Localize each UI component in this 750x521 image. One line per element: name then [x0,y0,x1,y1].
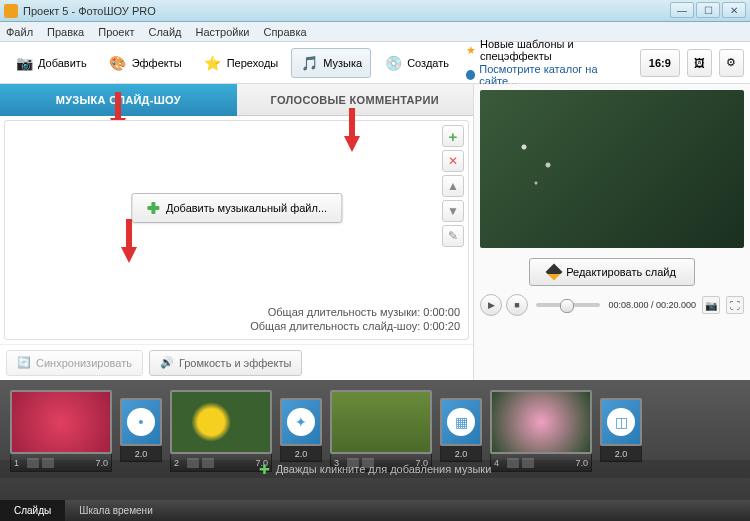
sync-button[interactable]: 🔄Синхронизировать [6,350,143,376]
menu-slide[interactable]: Слайд [148,26,181,38]
music-content: Добавить музыкальный файл... + ✕ ▲ ▼ ✎ О… [4,120,469,340]
music-button[interactable]: 🎵Музыка [291,48,371,78]
titlebar: Проект 5 - ФотоШОУ PRO — ☐ ✕ [0,0,750,22]
maximize-button[interactable]: ☐ [696,2,720,18]
arrow-annotation [344,136,360,152]
window-title: Проект 5 - ФотоШОУ PRO [23,5,156,17]
add-button[interactable]: 📷Добавить [6,48,96,78]
camera-icon: 📷 [15,54,33,72]
menu-settings[interactable]: Настройки [196,26,250,38]
transition-icon: • [127,408,155,436]
notes-icon: 🎵 [300,54,318,72]
pencil-icon [546,264,563,281]
sync-icon: 🔄 [17,356,31,369]
footer-tabs: Слайды Шкала времени [0,500,750,521]
menu-edit[interactable]: Правка [47,26,84,38]
fullscreen-button[interactable]: ⛶ [726,296,744,314]
menu-project[interactable]: Проект [98,26,134,38]
menu-help[interactable]: Справка [263,26,306,38]
close-button[interactable]: ✕ [722,2,746,18]
slides-tab[interactable]: Слайды [0,500,65,521]
arrow-annotation [121,247,137,263]
move-up-button[interactable]: ▲ [442,175,464,197]
timeline: 17.0 •2.0 27.0 ✦2.0 37.0 ▦2.0 47.0 ◫2.0 … [0,380,750,500]
app-icon [4,4,18,18]
snapshot-button[interactable]: 📷 [702,296,720,314]
disc-icon: 💿 [384,54,402,72]
palette-icon: 🎨 [109,54,127,72]
globe-icon [466,70,475,80]
duration-info: Общая длительность музыки: 0:00:00 Общая… [5,301,468,339]
gear-icon: ⚙ [726,56,736,69]
settings-button[interactable]: ⚙ [719,49,744,77]
seek-slider[interactable] [536,303,600,307]
slide-thumbnail[interactable] [330,390,432,454]
slide-thumbnail[interactable] [10,390,112,454]
menu-file[interactable]: Файл [6,26,33,38]
aspect-ratio-button[interactable]: 16:9 [640,49,680,77]
effects-button[interactable]: 🎨Эффекты [100,48,191,78]
music-track-hint[interactable]: ✚Дважды кликните для добавления музыки [0,460,750,478]
minimize-button[interactable]: — [670,2,694,18]
left-panel: МУЗЫКА СЛАЙД-ШОУ ГОЛОСОВЫЕ КОММЕНТАРИИ Д… [0,84,474,380]
remove-track-button[interactable]: ✕ [442,150,464,172]
slide-thumbnail[interactable] [490,390,592,454]
time-display: 00:08.000 / 00:20.000 [608,300,696,310]
edit-slide-button[interactable]: Редактировать слайд [529,258,695,286]
star-icon: ★ [466,44,476,57]
music-list: Добавить музыкальный файл... + ✕ ▲ ▼ ✎ [5,121,468,301]
promo-block: ★Новые шаблоны и спецэффекты Посмотрите … [466,38,628,87]
timeline-tab[interactable]: Шкала времени [65,500,166,521]
slide-thumbnail[interactable] [170,390,272,454]
play-button[interactable]: ▶ [480,294,502,316]
add-track-button[interactable]: + [442,125,464,147]
preview-viewport[interactable] [480,90,744,248]
star-icon: ⭐ [204,54,222,72]
tab-music[interactable]: МУЗЫКА СЛАЙД-ШОУ [0,84,237,116]
plus-icon: ✚ [259,462,270,477]
edit-track-button[interactable]: ✎ [442,225,464,247]
stop-button[interactable]: ■ [506,294,528,316]
image-icon: 🖼 [694,57,705,69]
toolbar: 📷Добавить 🎨Эффекты ⭐Переходы 🎵Музыка 💿Со… [0,42,750,84]
preview-panel: Редактировать слайд ▶ ■ 00:08.000 / 00:2… [474,84,750,380]
plus-icon [146,201,160,215]
transitions-button[interactable]: ⭐Переходы [195,48,288,78]
add-music-button[interactable]: Добавить музыкальный файл... [131,193,342,223]
display-mode-button[interactable]: 🖼 [687,49,712,77]
menubar: Файл Правка Проект Слайд Настройки Справ… [0,22,750,42]
speaker-icon: 🔊 [160,356,174,369]
move-down-button[interactable]: ▼ [442,200,464,222]
create-button[interactable]: 💿Создать [375,48,458,78]
volume-button[interactable]: 🔊Громкость и эффекты [149,350,302,376]
